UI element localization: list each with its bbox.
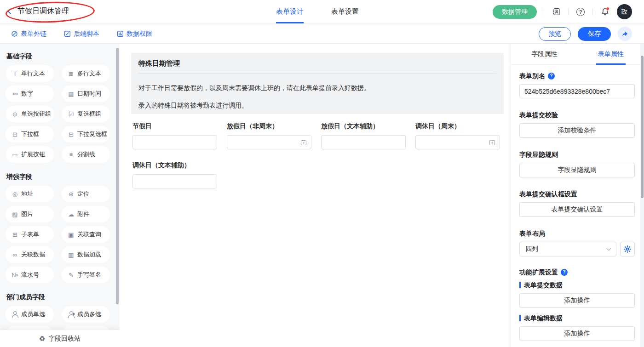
preview-button[interactable]: 预览 [539,27,571,41]
edit-data-add-action-button[interactable]: 添加操作 [519,326,635,341]
field-visibility-button[interactable]: 字段显隐规则 [519,163,635,177]
form-design-canvas[interactable]: 特殊日期管理 对于工作日需要放假的，以及周末需要调休上班的，请在此表单提前录入好… [120,44,511,347]
serial-number-icon: № [11,272,19,279]
field-item-member-single[interactable]: 成员单选 [6,306,54,323]
field-input[interactable] [132,174,217,188]
form-alias-input[interactable]: 524b525d6e893328e800bec7 [519,84,635,98]
contacts-icon[interactable] [551,7,561,17]
number-icon: 123 [11,92,19,96]
field-item-subform[interactable]: ⊞子表单 [6,226,54,243]
toolbar-links: 表单外链 后端脚本 数据权限 [11,24,152,44]
radio-group-icon: ⊙ [11,111,19,118]
field-item-divider[interactable]: ≡分割线 [62,146,110,163]
field-item-image[interactable]: ▨图片 [6,206,54,222]
member-single-icon [11,311,19,318]
help-icon[interactable]: ? [561,269,568,276]
field-item-label: 分割线 [77,150,95,159]
field-item-label: 关联数据 [21,250,45,259]
checkbox-group-icon: ☑ [67,111,75,118]
field-item-label: 图片 [21,210,33,218]
extension-settings-label: 功能扩展设置 ? [519,267,635,277]
form-field-workday-text[interactable]: 调休日（文本辅助） [132,160,217,188]
field-recycle-bin[interactable]: ♻ 字段回收站 [0,330,120,347]
form-field-dayoff-text[interactable]: 放假日（文本辅助） [321,121,406,149]
field-item-linked-data[interactable]: ∞关联数据 [6,246,54,263]
divider [592,8,593,15]
external-link-button[interactable]: 表单外链 [11,30,46,38]
form-field-dayoff-nonweekend[interactable]: 放假日（非周末） 7 [227,121,311,149]
save-button[interactable]: 保存 [578,27,611,41]
add-validation-button[interactable]: 添加校验条件 [519,123,635,138]
form-info-block[interactable]: 特殊日期管理 对于工作日需要放假的，以及周末需要调休上班的，请在此表单提前录入好… [131,53,504,114]
help-icon[interactable]: ? [548,73,555,80]
field-item-label: 手写签名 [77,271,101,279]
panel-scrollbar-thumb[interactable] [641,56,644,198]
page-title: 节假日调休管理 [17,6,69,16]
svg-text:7: 7 [303,142,305,145]
layout-select-value: 四列 [525,245,538,253]
field-item-multi-line-text[interactable]: ≣多行文本 [62,65,110,82]
tab-form-properties[interactable]: 表单属性 [578,44,644,64]
field-item-member-multi[interactable]: 成员多选 [62,306,110,323]
field-item-signature[interactable]: ✎手写签名 [62,267,110,283]
field-item-label: 单行文本 [21,69,45,78]
field-item-select[interactable]: ⊡下拉框 [6,126,54,142]
field-item-checkbox-group[interactable]: ☑复选框组 [62,106,110,122]
field-item-single-line-text[interactable]: T单行文本 [6,65,54,82]
field-input-date[interactable]: 7 [227,135,311,149]
sidebar-scrollbar[interactable] [116,48,119,304]
data-permission-button[interactable]: 数据权限 [117,30,152,38]
share-icon [621,30,628,37]
layout-select[interactable]: 四列 [519,242,616,256]
back-icon[interactable] [7,8,13,14]
divider [568,8,569,15]
form-layout-label: 表单布局 [519,229,635,238]
field-item-label: 成员多选 [77,310,101,319]
tab-form-settings[interactable]: 表单设置 [331,0,359,23]
form-field-workday-weekend[interactable]: 调休日（周末） 7 [415,121,500,149]
calendar-icon: 7 [300,139,307,146]
backend-script-button[interactable]: 后端脚本 [64,30,99,38]
help-icon[interactable]: ? [575,7,586,17]
field-item-linked-query[interactable]: ▣关联查询 [62,226,110,243]
field-item-radio-group[interactable]: ⊙单选按钮组 [6,106,54,122]
external-link-icon [11,30,18,37]
field-label: 放假日（非周末） [227,121,311,131]
field-item-label: 扩展按钮 [21,150,45,159]
divider-icon: ≡ [67,151,75,158]
field-input[interactable] [321,135,406,149]
tab-field-properties[interactable]: 字段属性 [511,44,578,64]
field-item-number[interactable]: 123数字 [6,85,54,102]
signature-icon: ✎ [67,272,75,279]
tab-form-design[interactable]: 表单设计 [276,0,304,23]
multi-select-icon: ⊟ [67,131,75,138]
data-manage-button[interactable]: 数据管理 [493,5,537,19]
field-item-serial-number[interactable]: №流水号 [6,267,54,283]
field-item-location[interactable]: ⊕定位 [62,186,110,202]
field-input-date[interactable]: 7 [415,135,500,149]
field-input[interactable] [132,135,217,149]
submit-data-add-action-button[interactable]: 添加操作 [519,293,635,308]
field-palette-sidebar: 基础字段 T单行文本 ≣多行文本 123数字 ▦日期时间 ⊙单选按钮组 ☑复选框… [0,44,120,347]
section-title: 增强字段 [6,173,120,181]
form-description-line2: 录入的特殊日期将被考勤表进行调用。 [138,92,496,110]
chevron-down-icon [607,246,611,251]
field-item-datetime[interactable]: ▦日期时间 [62,85,110,102]
field-item-multi-select[interactable]: ⊟下拉复选框 [62,126,110,142]
data-permission-icon [117,30,124,37]
title-editable-underline [17,19,81,19]
field-item-data-load[interactable]: ▥数据加载 [62,246,110,263]
avatar[interactable]: 政 [617,4,632,19]
field-item-label: 日期时间 [77,90,101,98]
backend-script-icon [64,30,71,37]
form-field-holiday[interactable]: 节假日 [132,121,217,149]
field-item-attachment[interactable]: ☁附件 [62,206,110,222]
header-tabs: 表单设计 表单设置 [276,0,359,23]
layout-settings-button[interactable] [620,242,635,256]
field-item-extend-button[interactable]: ▭扩展按钮 [6,146,54,163]
data-load-icon: ▥ [67,251,75,258]
submit-confirm-button[interactable]: 表单提交确认设置 [519,202,635,217]
bell-icon[interactable] [600,7,610,17]
share-button[interactable] [618,27,632,41]
field-item-address[interactable]: ◎地址 [6,186,54,202]
